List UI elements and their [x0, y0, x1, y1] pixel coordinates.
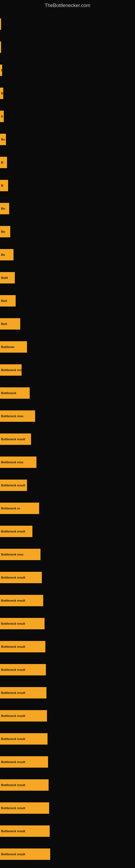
bar-label-30: Bottleneck result: [1, 691, 25, 694]
bar-row-14: Bott: [0, 312, 135, 335]
bar-23: Bottleneck result: [0, 526, 32, 537]
bar-row-31: Bottleneck result: [0, 704, 135, 727]
bar-label-31: Bottleneck result: [1, 714, 25, 717]
bar-label-23: Bottleneck result: [1, 530, 25, 533]
bar-label-9: Bo: [1, 207, 5, 210]
bar-label-15: Bottlenec: [1, 345, 14, 348]
bar-row-28: Bottleneck result: [0, 635, 135, 658]
bar-3: E: [0, 65, 2, 76]
bar-4: B: [0, 88, 3, 99]
bar-label-16: Bottleneck res: [1, 368, 21, 372]
bar-16: Bottleneck res: [0, 364, 21, 376]
bar-13: Bott: [0, 295, 16, 307]
bar-row-13: Bott: [0, 289, 135, 312]
bar-18: Bottleneck resu: [0, 410, 35, 422]
bar-row-18: Bottleneck resu: [0, 404, 135, 428]
bar-row-2: [0, 35, 135, 59]
bar-label-29: Bottleneck result: [1, 668, 25, 671]
bar-row-8: B: [0, 174, 135, 197]
bar-label-3: E: [1, 69, 2, 72]
bar-10: Bo: [0, 226, 10, 237]
bar-30: Bottleneck result: [0, 687, 46, 699]
bar-row-25: Bottleneck result: [0, 566, 135, 589]
bar-label-18: Bottleneck resu: [1, 414, 24, 418]
bar-label-32: Bottleneck result: [1, 737, 25, 741]
bar-row-6: Bo: [0, 128, 135, 151]
bar-row-26: Bottleneck result: [0, 589, 135, 612]
bar-11: Bo: [0, 249, 13, 260]
bar-label-19: Bottleneck result: [1, 437, 25, 441]
bar-9: Bo: [0, 203, 9, 214]
bar-20: Bottleneck resu: [0, 457, 37, 468]
bar-label-10: Bo: [1, 230, 5, 233]
bar-row-9: Bo: [0, 197, 135, 220]
bar-label-12: Bottl: [1, 276, 8, 279]
bar-34: Bottleneck result: [0, 779, 49, 791]
bar-14: Bott: [0, 318, 20, 330]
bar-label-33: Bottleneck result: [1, 760, 25, 764]
bars-container: EBEBoBBBoBoBoBottlBottBottBottlenecBottl…: [0, 10, 135, 868]
bar-label-14: Bott: [1, 322, 7, 326]
bar-row-20: Bottleneck resu: [0, 451, 135, 474]
bar-27: Bottleneck result: [0, 618, 45, 629]
bar-label-22: Bottleneck re: [1, 507, 20, 510]
bar-label-24: Bottleneck resu: [1, 553, 24, 556]
bar-row-7: B: [0, 151, 135, 174]
bar-8: B: [0, 180, 8, 191]
bar-row-21: Bottleneck result: [0, 474, 135, 497]
bar-6: Bo: [0, 134, 6, 145]
bar-row-11: Bo: [0, 243, 135, 266]
bar-row-24: Bottleneck resu: [0, 543, 135, 566]
bar-label-25: Bottleneck result: [1, 576, 25, 579]
bar-21: Bottleneck result: [0, 479, 27, 491]
bar-label-34: Bottleneck result: [1, 783, 25, 786]
bar-2: [0, 41, 1, 53]
bar-label-11: Bo: [1, 253, 5, 256]
bar-row-35: Bottleneck result: [0, 796, 135, 819]
bar-row-33: Bottleneck result: [0, 750, 135, 773]
bar-row-4: B: [0, 82, 135, 105]
bar-row-23: Bottleneck result: [0, 520, 135, 543]
bar-label-27: Bottleneck result: [1, 622, 25, 625]
bar-label-35: Bottleneck result: [1, 806, 25, 810]
bar-31: Bottleneck result: [0, 710, 47, 721]
bar-row-22: Bottleneck re: [0, 497, 135, 520]
bar-row-32: Bottleneck result: [0, 727, 135, 750]
bar-row-10: Bo: [0, 220, 135, 243]
bar-label-21: Bottleneck result: [1, 484, 25, 487]
bar-17: Bottleneck: [0, 388, 30, 399]
bar-label-13: Bott: [1, 299, 7, 303]
bar-row-34: Bottleneck result: [0, 773, 135, 796]
bar-label-8: B: [1, 184, 3, 187]
bar-row-19: Bottleneck result: [0, 428, 135, 451]
bar-37: Bottleneck result: [0, 848, 50, 860]
bar-32: Bottleneck result: [0, 733, 48, 745]
bar-row-36: Bottleneck result: [0, 819, 135, 842]
bar-label-28: Bottleneck result: [1, 645, 25, 648]
bar-29: Bottleneck result: [0, 664, 46, 675]
bar-row-15: Bottlenec: [0, 335, 135, 358]
bar-row-3: E: [0, 59, 135, 82]
bar-row-17: Bottleneck: [0, 381, 135, 404]
bar-row-12: Bottl: [0, 266, 135, 289]
bar-33: Bottleneck result: [0, 756, 48, 768]
bar-7: B: [0, 157, 7, 168]
bar-label-7: B: [1, 161, 3, 164]
bar-1: [0, 19, 1, 30]
bar-26: Bottleneck result: [0, 595, 43, 606]
bar-row-5: E: [0, 105, 135, 128]
bar-22: Bottleneck re: [0, 503, 39, 514]
bar-label-17: Bottleneck: [1, 392, 16, 395]
bar-label-6: Bo: [1, 138, 5, 141]
bar-12: Bottl: [0, 272, 15, 283]
bar-row-37: Bottleneck result: [0, 842, 135, 866]
bar-label-37: Bottleneck result: [1, 852, 25, 856]
bar-row-29: Bottleneck result: [0, 658, 135, 681]
bar-15: Bottlenec: [0, 341, 27, 352]
bar-label-36: Bottleneck result: [1, 830, 25, 833]
bar-row-16: Bottleneck res: [0, 358, 135, 381]
bar-row-27: Bottleneck result: [0, 612, 135, 635]
bar-35: Bottleneck result: [0, 802, 49, 814]
bar-label-4: B: [1, 92, 3, 95]
bar-row-30: Bottleneck result: [0, 681, 135, 704]
